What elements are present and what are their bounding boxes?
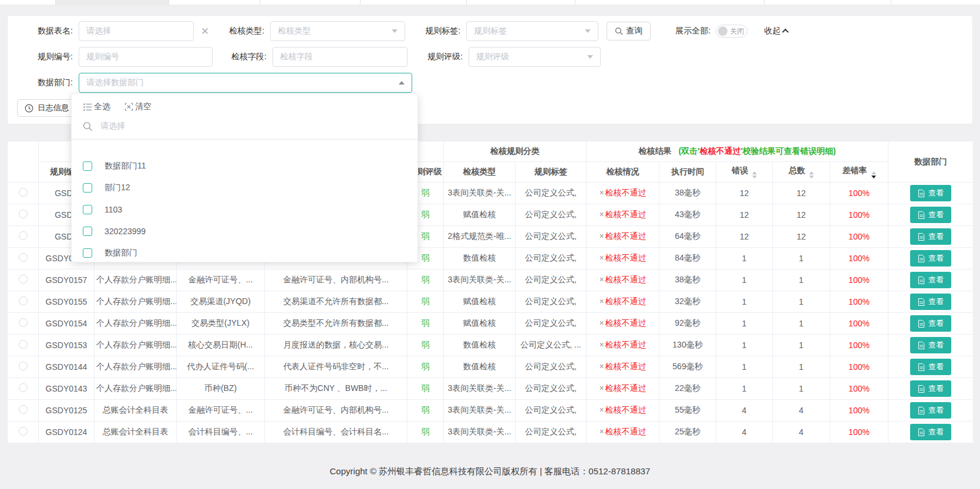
rule-tag-select[interactable]: 规则标签: [466, 21, 598, 41]
cell-check-status: ×检核不通过: [587, 313, 659, 335]
view-button-label: 查看: [928, 253, 944, 264]
cell-errors: 12: [716, 226, 773, 248]
row-radio[interactable]: [19, 340, 28, 349]
view-button[interactable]: 查看: [910, 272, 951, 288]
check-type-select[interactable]: 检核类型: [270, 21, 405, 41]
view-button[interactable]: 查看: [910, 337, 951, 353]
sort-icon[interactable]: [871, 171, 876, 178]
rule-level-select[interactable]: 规则评级: [469, 47, 601, 67]
fail-x-icon: ×: [599, 427, 604, 436]
checkbox[interactable]: [83, 161, 92, 171]
select-all-button[interactable]: 全选: [83, 102, 110, 112]
view-button[interactable]: 查看: [910, 424, 951, 440]
view-button[interactable]: 查看: [910, 294, 951, 310]
row-radio[interactable]: [19, 275, 28, 284]
check-result-note: (双击'检核不通过'校验结果可查看错误明细): [678, 146, 836, 156]
dropdown-option[interactable]: 1103: [72, 198, 417, 220]
cell-rule-tag: 公司定义公式,: [516, 291, 587, 313]
sort-icon[interactable]: [752, 171, 757, 178]
cell-rule-desc: 金融许可证号、内部机构号...: [265, 400, 408, 421]
cell-select: [8, 248, 39, 269]
fail-x-icon: ×: [599, 188, 604, 197]
cell-rate: 100%: [830, 400, 888, 421]
check-type-label: 检核类型:: [217, 26, 264, 36]
query-button[interactable]: 查询: [607, 22, 651, 41]
row-radio[interactable]: [19, 296, 28, 305]
cell-dept-action: 查看: [888, 356, 974, 378]
row-radio[interactable]: [19, 405, 28, 414]
top-tab-segment[interactable]: [361, 0, 467, 5]
checkbox[interactable]: [83, 227, 92, 236]
rule-no-input[interactable]: 规则编号: [79, 47, 213, 67]
check-field-input[interactable]: 检核字段: [272, 47, 408, 67]
document-icon: [918, 342, 925, 349]
row-radio[interactable]: [19, 362, 28, 370]
cell-rule-tag: 公司定义公式,: [516, 248, 587, 269]
dropdown-search-input[interactable]: 请选择: [72, 117, 417, 140]
checkbox[interactable]: [83, 248, 92, 258]
cell-select: [8, 226, 39, 248]
table-name-input[interactable]: 请选择: [79, 21, 194, 41]
dropdown-option[interactable]: 数据部门: [72, 242, 417, 264]
cell-exec-time: 25毫秒: [659, 421, 716, 443]
cell-rule-tag: 公司定义公式,: [516, 183, 587, 204]
cell-errors: 1: [716, 269, 773, 291]
cell-select: [8, 291, 39, 313]
dropdown-option[interactable]: 数据部门11: [72, 155, 417, 177]
collapse-button[interactable]: 收起: [764, 26, 789, 36]
dropdown-option[interactable]: 320223999: [72, 220, 417, 242]
data-dept-select[interactable]: 请选择数据部门: [79, 73, 412, 93]
view-button[interactable]: 查看: [910, 250, 951, 267]
view-button[interactable]: 查看: [910, 228, 951, 245]
view-button-label: 查看: [928, 318, 944, 329]
cell-rule-no: GSDY0154: [39, 313, 95, 335]
chevron-down-icon: [585, 29, 591, 33]
view-button[interactable]: 查看: [910, 315, 951, 332]
checkbox[interactable]: [83, 183, 92, 193]
row-radio[interactable]: [19, 383, 28, 392]
cell-rule-tag: 公司定义公式,: [516, 400, 587, 421]
col-header-errors[interactable]: 错误: [716, 162, 773, 183]
top-tab-segment[interactable]: [56, 0, 169, 5]
top-tab-segment[interactable]: [575, 0, 765, 5]
show-all-toggle[interactable]: 关闭: [716, 25, 747, 38]
dropdown-option[interactable]: 部门12: [72, 177, 417, 198]
cell-table-name: 总账会计全科目表: [95, 400, 177, 421]
cell-rule-no: GSDY0153: [39, 335, 95, 356]
sort-icon[interactable]: [809, 171, 814, 178]
clear-icon[interactable]: ✕: [201, 25, 209, 38]
dropdown-toolbar: 全选 清空: [72, 94, 417, 117]
table-row: GSDY0154个人存款分户账明细...交易类型(JYLX)交易类型不允许所有数…: [8, 313, 974, 335]
cell-check-type: 赋值检核: [444, 291, 516, 313]
view-button[interactable]: 查看: [910, 207, 951, 223]
row-radio[interactable]: [19, 188, 28, 197]
cell-rate: 100%: [830, 291, 888, 313]
col-header-total[interactable]: 总数: [773, 162, 830, 183]
col-header-rate[interactable]: 差错率: [830, 162, 888, 183]
row-radio[interactable]: [19, 210, 28, 218]
row-radio[interactable]: [19, 253, 28, 262]
top-tab-segment[interactable]: [260, 0, 361, 5]
top-tab-segment[interactable]: [467, 0, 575, 5]
top-tab-segment[interactable]: [891, 0, 980, 5]
checkbox[interactable]: [83, 205, 92, 214]
cell-exec-time: 38毫秒: [659, 183, 716, 204]
cell-check-status: ×检核不通过: [587, 291, 659, 313]
top-tab-segment[interactable]: [169, 0, 260, 5]
view-button[interactable]: 查看: [910, 402, 951, 419]
cell-rule-desc: 币种不为CNY 、BWB时，...: [265, 378, 408, 400]
clear-all-button[interactable]: 清空: [124, 102, 151, 112]
row-radio[interactable]: [19, 318, 28, 327]
cell-rule-tag: 公司定义公式,: [516, 313, 587, 335]
top-tab-segment[interactable]: [0, 0, 56, 5]
view-button[interactable]: 查看: [910, 380, 951, 397]
top-tab-strip: [0, 0, 980, 5]
view-button[interactable]: 查看: [910, 359, 951, 375]
row-radio[interactable]: [19, 231, 28, 240]
cell-errors: 1: [716, 378, 773, 400]
cell-rule-level: 弱: [408, 269, 444, 291]
view-button[interactable]: 查看: [910, 185, 951, 201]
row-radio[interactable]: [19, 427, 28, 436]
show-all-label: 展示全部:: [665, 26, 710, 36]
top-tab-segment[interactable]: [765, 0, 891, 5]
